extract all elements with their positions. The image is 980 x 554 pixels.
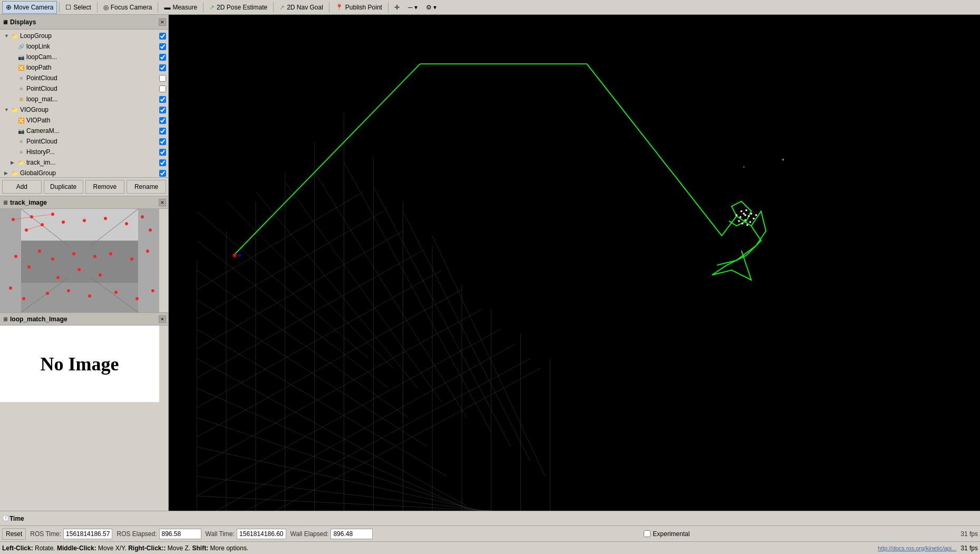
tree-item-loop-path[interactable]: 🔀 loopPath: [0, 62, 168, 73]
tree-arrow-vio-path: [11, 118, 17, 123]
tree-check-pc1[interactable]: [159, 75, 166, 82]
svg-point-17: [104, 217, 107, 220]
tree-label-pc3: PointCloud: [26, 138, 157, 145]
left-panel: 🖥 Displays ✕ ▼ 📁 LoopGroup 🔗 loopLink: [0, 15, 169, 511]
tree-check-track-im[interactable]: [159, 159, 166, 166]
tree-check-global-group[interactable]: [159, 170, 166, 177]
reset-button[interactable]: Reset: [2, 528, 26, 540]
viewport[interactable]: [169, 15, 980, 511]
tree-label-pc1: PointCloud: [26, 74, 157, 82]
publish-point-button[interactable]: 📍 Publish Point: [332, 1, 386, 14]
cloud-icon-pc3: ✳: [17, 137, 25, 146]
tree-label-vio-path: VIOPath: [26, 117, 157, 124]
fps-counter: 31 fps: [960, 530, 978, 538]
experimental-field: Experimental: [644, 530, 690, 538]
duplicate-button[interactable]: Duplicate: [44, 180, 83, 194]
tree-check-loop-cam[interactable]: [159, 54, 166, 61]
track-image-header: 🖥 track_image ✕: [0, 196, 168, 209]
crosshair-button[interactable]: ✛: [391, 1, 403, 14]
tree-label-loop-match: loop_mat...: [26, 95, 157, 103]
tree-label-track-im: track_im...: [26, 159, 157, 166]
svg-point-40: [99, 273, 102, 276]
no-image-text: No Image: [41, 353, 119, 375]
tree-check-camera-m[interactable]: [159, 128, 166, 135]
move-camera-button[interactable]: ⊕ Move Camera: [2, 1, 57, 14]
loop-match-header: 🖥 loop_match_Image ✕: [0, 313, 168, 326]
nav-goal-button[interactable]: ↗ 2D Nav Goal: [276, 1, 327, 14]
rename-button[interactable]: Rename: [127, 180, 166, 194]
viewport-svg: [169, 15, 980, 511]
tree-check-vio-path[interactable]: [159, 117, 166, 124]
hist-icon: ✳: [17, 148, 25, 156]
ros-elapsed-field: ROS Elapsed: 896.58: [117, 529, 201, 539]
tree-check-pc3[interactable]: [159, 138, 166, 145]
svg-point-109: [743, 166, 745, 168]
tree-check-loop-match[interactable]: [159, 96, 166, 103]
svg-point-104: [755, 214, 757, 216]
tree-item-loop-match[interactable]: ⚙ loop_mat...: [0, 94, 168, 104]
svg-point-15: [62, 221, 65, 224]
crosshair-icon: ✛: [394, 4, 400, 11]
tree-item-vio-path[interactable]: 🔀 VIOPath: [0, 115, 168, 126]
tree-check-vio-group[interactable]: [159, 107, 166, 113]
tree-check-history-p[interactable]: [159, 149, 166, 156]
tree-item-global-group[interactable]: ▶ 📁 GlobalGroup: [0, 168, 168, 177]
minus-button[interactable]: ─ ▾: [404, 1, 421, 14]
fps-display: 31 fps: [960, 545, 978, 552]
displays-header: 🖥 Displays ✕: [0, 15, 168, 30]
displays-tree[interactable]: ▼ 📁 LoopGroup 🔗 loopLink 📷 loopCam...: [0, 30, 168, 177]
tree-arrow-camera-m: [11, 128, 17, 133]
experimental-label: Experimental: [653, 530, 690, 538]
select-button[interactable]: ☐ Select: [62, 1, 94, 14]
tree-check-pc2[interactable]: [159, 85, 166, 92]
track-image-section: 🖥 track_image ✕: [0, 196, 168, 313]
tree-item-history-p[interactable]: ✳ HistoryP...: [0, 147, 168, 157]
svg-point-98: [750, 213, 752, 215]
pose-estimate-button[interactable]: ↗ 2D Pose Estimate: [206, 1, 271, 14]
track-icon: 📁: [17, 158, 25, 167]
svg-rect-4: [138, 209, 159, 312]
tree-item-track-im[interactable]: ▶ 📁 track_im...: [0, 157, 168, 168]
remove-button[interactable]: Remove: [85, 180, 125, 194]
tree-item-point-cloud-3[interactable]: ✳ PointCloud: [0, 136, 168, 147]
tree-item-loop-cam[interactable]: 📷 loopCam...: [0, 52, 168, 62]
tree-label-loop-cam: loopCam...: [26, 53, 157, 61]
cloud-icon-pc2: ✳: [17, 84, 25, 93]
tree-item-point-cloud-1[interactable]: ✳ PointCloud: [0, 73, 168, 83]
tree-item-loop-link[interactable]: 🔗 loopLink: [0, 41, 168, 52]
tree-check-loop-path[interactable]: [159, 64, 166, 71]
tree-item-point-cloud-2[interactable]: ✳ PointCloud: [0, 83, 168, 94]
focus-camera-button[interactable]: ◎ Focus Camera: [100, 1, 156, 14]
toolbar-separator-1: [59, 2, 60, 13]
settings-button[interactable]: ⚙ ▾: [422, 1, 440, 14]
tree-item-vio-group[interactable]: ▼ 📁 VIOGroup: [0, 104, 168, 115]
svg-point-19: [141, 215, 144, 218]
tree-check-loop-group[interactable]: [159, 33, 166, 40]
svg-point-39: [56, 276, 60, 279]
tree-arrow-loop-cam: [11, 54, 17, 60]
tree-arrow-track-im: ▶: [11, 160, 17, 165]
status-bar: Reset ROS Time: 1561814186.57 ROS Elapse…: [0, 526, 980, 541]
tree-item-loop-group[interactable]: ▼ 📁 LoopGroup: [0, 31, 168, 41]
displays-close-button[interactable]: ✕: [159, 18, 166, 26]
svg-point-27: [109, 252, 112, 255]
publish-label: Publish Point: [345, 4, 382, 11]
move-camera-label: Move Camera: [14, 4, 53, 11]
track-image-close-button[interactable]: ✕: [159, 199, 166, 206]
tree-check-loop-link[interactable]: [159, 43, 166, 50]
tree-arrow-loop-group: ▼: [4, 33, 11, 39]
svg-point-102: [735, 214, 738, 216]
svg-point-94: [740, 216, 742, 218]
loop-match-canvas: No Image: [0, 326, 159, 402]
docs-link[interactable]: http://docs.ros.org/kinetic/api...: [878, 545, 956, 551]
tree-label-history-p: HistoryP...: [26, 148, 157, 156]
experimental-checkbox[interactable]: [644, 530, 651, 537]
move-camera-icon: ⊕: [6, 3, 12, 11]
loop-match-close-button[interactable]: ✕: [159, 316, 166, 323]
svg-point-20: [149, 228, 152, 232]
match-icon: ⚙: [17, 95, 25, 103]
measure-button[interactable]: ▬ Measure: [160, 1, 201, 14]
add-button[interactable]: Add: [2, 180, 42, 194]
wall-time-value: 1561814186.60: [237, 529, 286, 539]
tree-item-camera-m[interactable]: 📷 CameraM...: [0, 126, 168, 136]
